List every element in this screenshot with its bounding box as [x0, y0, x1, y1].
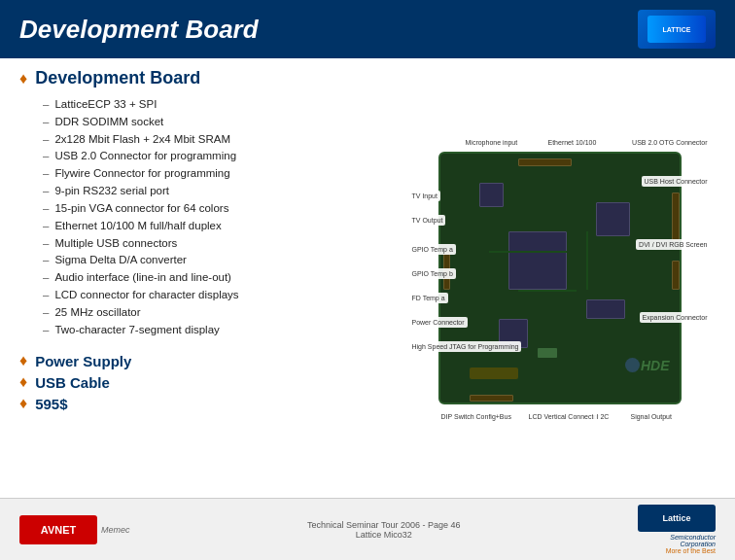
list-item: 15-pin VGA connector for 64 colors — [43, 200, 389, 218]
header-logo: LATTICE — [638, 10, 716, 49]
semiconductor-text: Semiconductor — [670, 534, 716, 541]
label-microphone: Microphone input — [463, 137, 521, 148]
list-item: 2x128 Mbit Flash + 2x4 Mbit SRAM — [43, 131, 389, 149]
label-expansion: Expansion Connector — [640, 312, 711, 323]
list-item: Flywire Connector for programming — [43, 165, 389, 183]
list-item: Audio interface (line-in and line-out) — [43, 269, 389, 287]
avnet-logo-area: AVNET Memec — [19, 515, 130, 544]
label-tv-input: TV Input — [409, 191, 440, 201]
label-gpio3: FD Temp a — [409, 293, 448, 303]
pcb-board: HDE — [438, 152, 682, 404]
list-item: LCD connector for character displays — [43, 287, 389, 304]
list-item: 25 MHz oscillator — [43, 304, 389, 322]
label-lcd: LCD Vertical Connector — [526, 411, 603, 422]
list-item: LatticeECP 33 + SPI — [43, 96, 389, 114]
list-item: Multiple USB connectors — [43, 235, 389, 253]
label-usb-otg: USB 2.0 OTG Connector — [629, 137, 710, 148]
list-item: 9-pin RS232 serial port — [43, 183, 389, 200]
footer-line2: Lattice Mico32 — [307, 530, 460, 540]
chip-5 — [479, 183, 504, 207]
left-column: ♦ Development Board LatticeECP 33 + SPI … — [19, 68, 389, 488]
list-item: Two-character 7-segment display — [43, 322, 389, 339]
slide: Development Board LATTICE ♦ Development … — [0, 0, 735, 560]
label-usb-host: USB Host Connector — [642, 176, 711, 187]
avnet-text: AVNET — [41, 524, 76, 536]
label-jtag: High Speed JTAG for Programming — [409, 341, 522, 352]
label-tv-output: TV Output — [409, 215, 446, 226]
diamond-icon-4: ♦ — [19, 395, 27, 412]
list-item: USB 2.0 Connector for programming — [43, 148, 389, 165]
label-i2c: I 2C — [594, 411, 612, 422]
header-logo-inner: LATTICE — [648, 16, 706, 43]
header: Development Board LATTICE — [0, 0, 735, 58]
trace-2 — [586, 231, 588, 290]
label-gpio1: GPIO Temp a — [409, 244, 456, 255]
right-connector — [672, 192, 680, 241]
list-item: Sigma Delta D/A converter — [43, 252, 389, 269]
diamond-icon: ♦ — [19, 70, 27, 88]
label-ethernet: Ethernet 10/100 — [545, 137, 600, 148]
corporation-text: Corporation — [680, 541, 716, 547]
label-gpio2: GPIO Temp b — [409, 268, 456, 279]
usb-cable-label: USB Cable — [35, 374, 110, 391]
diamond-icon-3: ♦ — [19, 373, 27, 391]
footer: AVNET Memec Technical Seminar Tour 2006 … — [0, 498, 735, 560]
chip-2 — [596, 202, 630, 236]
small-component — [538, 348, 557, 358]
trace-3 — [518, 290, 577, 292]
avnet-logo: AVNET — [19, 515, 97, 544]
tagline-text: More of the Best — [666, 547, 716, 554]
right-connector-2 — [672, 261, 680, 290]
lattice-logo-area: Lattice Semiconductor Corporation More o… — [638, 505, 716, 554]
label-dvi: DVI / DVI RGB Screen — [636, 239, 710, 250]
section-title: ♦ Development Board — [19, 68, 389, 88]
price-item: ♦ 595$ — [19, 395, 389, 412]
power-supply-label: Power Supply — [35, 353, 131, 369]
diamond-icon-2: ♦ — [19, 352, 27, 369]
trace-1 — [489, 251, 567, 253]
price-label: 595$ — [35, 396, 67, 412]
usb-cable-item: ♦ USB Cable — [19, 373, 389, 391]
label-osc: Signal Output — [628, 411, 675, 422]
feature-list: LatticeECP 33 + SPI DDR SODIMM socket 2x… — [19, 96, 389, 338]
top-connector — [518, 158, 572, 166]
header-logo-text: LATTICE — [662, 26, 690, 33]
bottom-items: ♦ Power Supply ♦ USB Cable ♦ 595$ — [19, 352, 389, 412]
memory-module — [470, 368, 518, 379]
section-title-text: Development Board — [35, 68, 200, 88]
chip-3 — [586, 299, 625, 319]
memec-text: Memec — [101, 525, 130, 535]
footer-line1: Technical Seminar Tour 2006 - Page 46 — [307, 520, 460, 530]
label-dip-switch: DIP Switch Config+Bus — [438, 411, 514, 422]
capacitor — [625, 358, 640, 372]
lattice-logo: Lattice — [638, 505, 716, 532]
list-item: DDR SODIMM socket — [43, 114, 389, 131]
board-brand-text: HDE — [641, 358, 670, 373]
main-content: ♦ Development Board LatticeECP 33 + SPI … — [0, 58, 735, 498]
bottom-connector — [470, 395, 513, 402]
right-column: HDE Microphone input Ethernet 10/100 USB… — [403, 68, 716, 488]
label-power-connector: Power Connector — [409, 317, 468, 328]
list-item: Ethernet 10/100 M full/half duplex — [43, 218, 389, 235]
footer-center: Technical Seminar Tour 2006 - Page 46 La… — [307, 520, 460, 540]
lattice-text: Lattice — [662, 513, 690, 523]
header-title: Development Board — [19, 15, 259, 45]
board-container: HDE Microphone input Ethernet 10/100 USB… — [409, 132, 711, 424]
main-fpga-chip — [508, 231, 567, 290]
power-supply-item: ♦ Power Supply — [19, 352, 389, 369]
